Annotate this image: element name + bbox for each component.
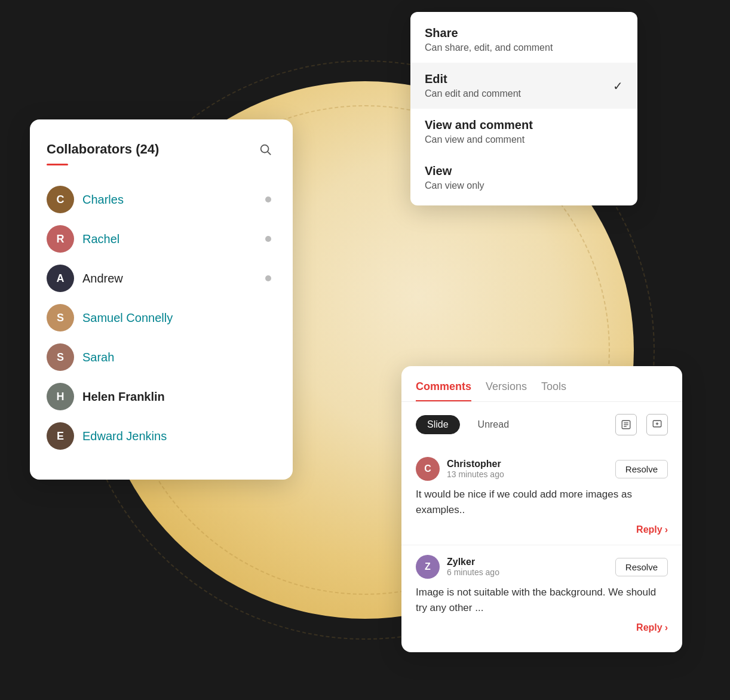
- permission-panel: Share Can share, edit, and comment Edit …: [410, 12, 637, 205]
- resolve-button[interactable]: Resolve: [615, 460, 668, 478]
- list-item[interactable]: E Edward Jenkins: [47, 416, 276, 456]
- comment-time: 13 minutes ago: [447, 469, 608, 479]
- permission-view-comment[interactable]: View and comment Can view and comment: [410, 109, 637, 155]
- chevron-right-icon: ›: [665, 524, 668, 535]
- collaborator-name: Andrew: [82, 272, 257, 285]
- collaborator-name: Edward Jenkins: [82, 429, 276, 443]
- avatar: S: [47, 304, 74, 331]
- permission-share-desc: Can share, edit, and comment: [425, 42, 623, 53]
- comment-header: Z Zylker 6 minutes ago Resolve: [416, 555, 668, 579]
- avatar: Z: [416, 555, 440, 579]
- reply-label: Reply: [636, 622, 662, 633]
- list-item[interactable]: C Charles: [47, 180, 276, 219]
- comment-card: C Christopher 13 minutes ago Resolve It …: [401, 447, 682, 517]
- avatar: R: [47, 225, 74, 253]
- tabs-row: Comments Versions Tools: [401, 380, 682, 402]
- avatar: C: [416, 457, 440, 481]
- avatar: E: [47, 422, 74, 450]
- reply-link[interactable]: Reply ›: [401, 524, 682, 535]
- permission-share[interactable]: Share Can share, edit, and comment: [410, 17, 637, 63]
- permission-view-desc: Can view only: [425, 180, 623, 191]
- list-item[interactable]: S Samuel Connelly: [47, 298, 276, 337]
- comment-user-info: Christopher 13 minutes ago: [447, 459, 608, 479]
- list-item[interactable]: S Sarah: [47, 337, 276, 377]
- permission-view[interactable]: View Can view only: [410, 155, 637, 201]
- collaborators-title: Collaborators (24): [47, 142, 159, 157]
- resolve-button[interactable]: Resolve: [615, 558, 668, 576]
- avatar: S: [47, 343, 74, 371]
- filter-icons: [615, 414, 668, 435]
- search-icon: [259, 143, 272, 156]
- tab-versions[interactable]: Versions: [486, 380, 527, 401]
- comment-text: Image is not suitable with the backgroun…: [416, 585, 668, 615]
- filter-unread-button[interactable]: Unread: [467, 416, 520, 434]
- title-underline: [47, 164, 68, 165]
- comment-header: C Christopher 13 minutes ago Resolve: [416, 457, 668, 481]
- filter-slide-button[interactable]: Slide: [416, 415, 460, 434]
- list-item[interactable]: R Rachel: [47, 219, 276, 259]
- permission-edit[interactable]: Edit Can edit and comment ✓: [410, 63, 637, 109]
- comment-username: Christopher: [447, 459, 608, 469]
- svg-line-1: [268, 152, 271, 155]
- comment-time: 6 minutes ago: [447, 567, 608, 577]
- list-item[interactable]: H Helen Franklin: [47, 377, 276, 416]
- permission-share-title: Share: [425, 26, 623, 40]
- avatar: A: [47, 265, 74, 292]
- reply-label: Reply: [636, 524, 662, 535]
- svg-point-0: [261, 145, 269, 153]
- plus-comment-icon: [652, 419, 662, 430]
- panel-bottom-pad: [401, 643, 682, 652]
- comment-card: Z Zylker 6 minutes ago Resolve Image is …: [401, 545, 682, 615]
- scene: Collaborators (24) C Charles R: [0, 0, 730, 700]
- comment-list-icon[interactable]: [615, 414, 637, 435]
- list-icon: [621, 419, 631, 430]
- online-indicator: [265, 197, 271, 202]
- comments-panel: Comments Versions Tools Slide Unread: [401, 366, 682, 652]
- collaborator-name: Sarah: [82, 351, 276, 364]
- online-indicator: [265, 275, 271, 281]
- permission-edit-desc: Can edit and comment: [425, 88, 623, 99]
- collaborators-header: Collaborators (24): [47, 139, 276, 160]
- tab-tools[interactable]: Tools: [541, 380, 566, 401]
- collaborator-name: Samuel Connelly: [82, 311, 276, 325]
- permission-view-title: View: [425, 164, 623, 178]
- permission-edit-title: Edit: [425, 72, 623, 86]
- tab-comments[interactable]: Comments: [416, 380, 471, 401]
- permission-view-comment-title: View and comment: [425, 118, 623, 132]
- collaborator-name: Rachel: [82, 232, 257, 246]
- comment-text: It would be nice if we could add more im…: [416, 487, 668, 517]
- filter-row: Slide Unread: [401, 414, 682, 435]
- collaborators-panel: Collaborators (24) C Charles R: [30, 119, 293, 480]
- collaborator-name: Charles: [82, 193, 257, 207]
- add-comment-icon[interactable]: [646, 414, 668, 435]
- chevron-right-icon: ›: [665, 622, 668, 633]
- list-item[interactable]: A Andrew: [47, 259, 276, 298]
- collaborator-name: Helen Franklin: [82, 390, 276, 404]
- reply-link[interactable]: Reply ›: [401, 622, 682, 633]
- checkmark-icon: ✓: [613, 79, 623, 93]
- online-indicator: [265, 236, 271, 242]
- comment-user-info: Zylker 6 minutes ago: [447, 557, 608, 577]
- permission-view-comment-desc: Can view and comment: [425, 134, 623, 145]
- comment-username: Zylker: [447, 557, 608, 567]
- avatar: C: [47, 186, 74, 213]
- collaborators-list: C Charles R Rachel A Andrew: [47, 180, 276, 456]
- search-button[interactable]: [254, 139, 276, 160]
- avatar: H: [47, 383, 74, 410]
